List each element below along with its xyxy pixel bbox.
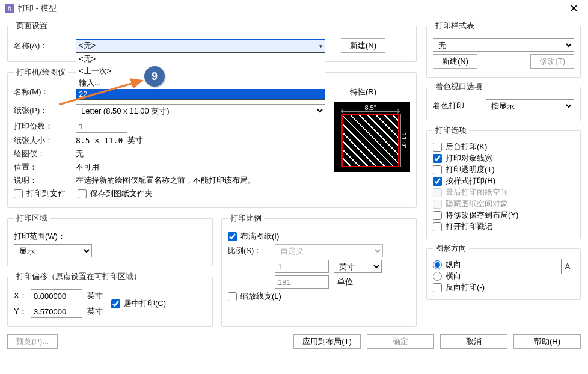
opt-save-checkbox[interactable]: 将修改保存到布局(Y) xyxy=(433,210,518,221)
new-page-setup-button[interactable]: 新建(N) xyxy=(341,38,385,53)
paper-size-value: 8.5 × 11.0 英寸 xyxy=(76,135,143,146)
opt-hide-checkbox: 隐藏图纸空间对象 xyxy=(433,198,508,209)
printer-properties-button[interactable]: 特性(R) xyxy=(341,85,385,99)
save-to-sheets-checkbox[interactable]: 保存到图纸文件夹 xyxy=(78,188,153,199)
label-desc: 说明： xyxy=(14,175,71,186)
edit-style-button[interactable]: 修改(T) xyxy=(530,54,574,69)
legend-offset: 打印偏移（原点设置在可打印区域） xyxy=(14,271,144,282)
group-scale: 打印比例 布满图纸(I) 比例(S)： 自定义 英寸 = 单位 xyxy=(221,213,417,327)
label-y: Y： xyxy=(14,306,26,317)
ok-button[interactable]: 确定 xyxy=(367,334,434,349)
ratio-select[interactable]: 自定义 xyxy=(275,244,383,257)
opt-stamp-checkbox[interactable]: 打开打印戳记 xyxy=(433,221,492,232)
label-ratio: 比例(S)： xyxy=(228,245,270,256)
opt-bg-checkbox[interactable]: 后台打印(K) xyxy=(433,141,487,152)
annotation-number: 9 xyxy=(144,66,165,87)
close-icon[interactable]: ✕ xyxy=(565,2,583,15)
preview-width: 8.5″ xyxy=(341,104,399,112)
label-printer-name: 名称(M)： xyxy=(14,87,71,97)
legend-style: 打印样式表 xyxy=(433,20,477,31)
range-select[interactable]: 显示 xyxy=(14,244,92,257)
titlebar: h 打印 - 模型 ✕ xyxy=(0,0,588,17)
paper-preview: 8.5″ 11.0″ xyxy=(334,102,410,172)
plot-style-select[interactable]: 无 xyxy=(433,38,574,52)
new-style-button[interactable]: 新建(N) xyxy=(433,54,477,69)
opt-style-checkbox[interactable]: 按样式打印(H) xyxy=(433,176,495,186)
page-name-option[interactable]: <上一次> xyxy=(76,65,325,77)
label-location: 位置： xyxy=(14,162,71,173)
plotter-value: 无 xyxy=(76,149,84,159)
orientation-icon: A xyxy=(561,259,574,274)
legend-scale: 打印比例 xyxy=(228,213,264,224)
label-paper: 纸张(P)： xyxy=(14,105,71,116)
group-plot-style: 打印样式表 无 新建(N) 修改(T) xyxy=(426,20,581,78)
copies-input[interactable] xyxy=(76,120,127,133)
scale-num1-input[interactable] xyxy=(275,260,329,273)
legend-page-setup: 页面设置 xyxy=(14,20,50,31)
label-copies: 打印份数： xyxy=(14,121,71,132)
legend-printer: 打印机/绘图仪 xyxy=(14,67,68,78)
window-title: 打印 - 模型 xyxy=(18,3,57,14)
page-name-dropdown[interactable]: <无> ▾ xyxy=(76,39,325,52)
page-name-option[interactable]: 输入... xyxy=(76,77,325,89)
group-shade: 着色视口选项 着色打印 按显示 xyxy=(426,81,581,121)
scale-unit2-label: 单位 xyxy=(334,277,382,287)
legend-orient: 图形方向 xyxy=(433,243,469,254)
orient-portrait-radio[interactable]: 纵向 xyxy=(433,259,461,270)
legend-shade: 着色视口选项 xyxy=(433,81,485,92)
app-icon: h xyxy=(5,4,14,13)
label-x: X： xyxy=(14,290,26,301)
preview-height: 11.0″ xyxy=(400,114,408,167)
preview-button[interactable]: 预览(P)... xyxy=(7,334,58,349)
group-orientation: 图形方向 纵向 横向 反向打印(-) A xyxy=(426,243,581,300)
orient-reverse-checkbox[interactable]: 反向打印(-) xyxy=(433,282,485,293)
desc-value: 在选择新的绘图仪配置名称之前，不能打印该布局。 xyxy=(76,175,256,186)
label-page-name: 名称(A)： xyxy=(14,40,71,51)
location-value: 不可用 xyxy=(76,162,99,173)
legend-area: 打印区域 xyxy=(14,213,50,224)
page-name-option[interactable]: <无> xyxy=(76,53,325,65)
preview-printable-area xyxy=(341,114,399,167)
unit-y: 英寸 xyxy=(87,306,103,317)
group-offset: 打印偏移（原点设置在可打印区域） X： 英寸 Y： 英寸 xyxy=(7,271,213,327)
center-print-checkbox[interactable]: 居中打印(C) xyxy=(111,298,166,309)
label-paper-size: 纸张大小： xyxy=(14,135,71,146)
footer: 预览(P)... 应用到布局(T) 确定 取消 帮助(H) xyxy=(0,331,588,355)
scale-lineweight-checkbox[interactable]: 缩放线宽(L) xyxy=(228,291,281,302)
label-shade: 着色打印 xyxy=(433,100,481,111)
opt-lw-checkbox[interactable]: 打印对象线宽 xyxy=(433,153,492,164)
unit-x: 英寸 xyxy=(87,290,103,301)
scale-unit1-select[interactable]: 英寸 xyxy=(334,260,382,273)
opt-tr-checkbox[interactable]: 打印透明度(T) xyxy=(433,164,495,175)
page-name-dropdown-list[interactable]: <无> <上一次> 输入... 22 xyxy=(76,52,325,100)
chevron-down-icon: ▾ xyxy=(319,43,322,49)
help-button[interactable]: 帮助(H) xyxy=(513,334,581,349)
offset-y-input[interactable] xyxy=(31,305,82,318)
scale-num2-input[interactable] xyxy=(275,275,329,289)
apply-to-layout-button[interactable]: 应用到布局(T) xyxy=(293,334,361,349)
shade-select[interactable]: 按显示 xyxy=(486,99,574,112)
fit-to-paper-checkbox[interactable]: 布满图纸(I) xyxy=(228,231,279,242)
legend-options: 打印选项 xyxy=(433,125,469,136)
group-options: 打印选项 后台打印(K) 打印对象线宽 打印透明度(T) 按样式打印(H) 最后… xyxy=(426,125,581,239)
label-plotter: 绘图仪： xyxy=(14,149,71,159)
cancel-button[interactable]: 取消 xyxy=(440,334,507,349)
paper-select[interactable]: Letter (8.50 x 11.00 英寸) xyxy=(76,104,325,117)
page-name-option[interactable]: 22 xyxy=(76,89,325,99)
label-range: 打印范围(W)： xyxy=(14,231,66,242)
offset-x-input[interactable] xyxy=(31,289,82,302)
group-print-area: 打印区域 打印范围(W)： 显示 xyxy=(7,213,213,266)
eq-label: = xyxy=(387,262,391,271)
print-to-file-checkbox[interactable]: 打印到文件 xyxy=(14,188,66,199)
group-page-setup: 页面设置 名称(A)： <无> ▾ <无> <上一次> 输入... 22 新建(… xyxy=(7,20,417,62)
opt-last-checkbox: 最后打印图纸空间 xyxy=(433,187,508,198)
orient-landscape-radio[interactable]: 横向 xyxy=(433,271,461,281)
page-name-selected: <无> xyxy=(79,40,96,51)
